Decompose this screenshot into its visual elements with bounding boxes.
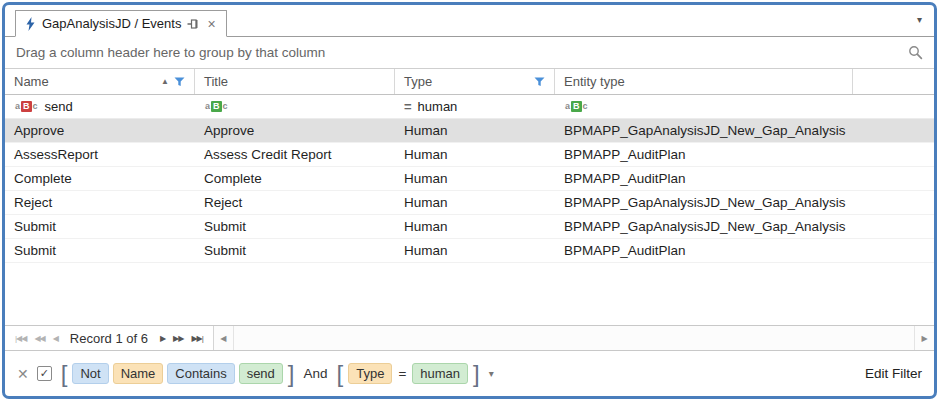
- next-record-button[interactable]: ▶: [156, 334, 169, 343]
- table-row[interactable]: Submit Submit Human BPMAPP_GapAnalysisJD…: [5, 215, 934, 239]
- cell-entity-type: BPMAPP_GapAnalysisJD_New_Gap_Analysis: [555, 119, 853, 142]
- pin-icon[interactable]: [187, 18, 200, 30]
- sort-asc-icon[interactable]: ▲: [161, 77, 169, 86]
- table-row[interactable]: Reject Reject Human BPMAPP_GapAnalysisJD…: [5, 191, 934, 215]
- column-label-entity-type: Entity type: [564, 74, 625, 89]
- cell-entity-type: BPMAPP_GapAnalysisJD_New_Gap_Analysis: [555, 191, 853, 214]
- cell-filler: [853, 215, 934, 238]
- scroll-left-icon[interactable]: ◀: [214, 326, 234, 350]
- column-header-title[interactable]: Title: [195, 69, 395, 94]
- column-label-type: Type: [404, 74, 432, 89]
- tab-list-dropdown-icon[interactable]: ▾: [917, 14, 922, 25]
- group-panel-hint: Drag a column header here to group by th…: [16, 45, 325, 60]
- filter-value-send-chip[interactable]: send: [239, 363, 283, 384]
- open-bracket: [: [60, 363, 69, 385]
- horizontal-scrollbar[interactable]: ◀ ▶: [213, 326, 934, 350]
- prev-record-button[interactable]: ◀: [49, 334, 62, 343]
- abc-letter: c: [32, 102, 39, 111]
- last-record-button[interactable]: ▶▶|: [187, 334, 206, 343]
- cell-title: Complete: [195, 167, 395, 190]
- search-icon[interactable]: [908, 45, 923, 60]
- filter-cell-type[interactable]: = human: [395, 95, 555, 118]
- filter-cell-entity-type[interactable]: aBc: [555, 95, 853, 118]
- abc-filter-icon[interactable]: aBc: [14, 101, 39, 112]
- events-grid-window: GapAnalysisJD / Events × ▾ Drag a column…: [2, 2, 937, 399]
- filter-not-chip[interactable]: Not: [72, 363, 108, 384]
- filter-enabled-checkbox[interactable]: ✓: [37, 366, 52, 381]
- header-icons: ▲: [161, 77, 185, 87]
- filter-funnel-icon[interactable]: [174, 77, 185, 87]
- cell-type: Human: [395, 143, 555, 166]
- cell-entity-type: BPMAPP_AuditPlan: [555, 143, 853, 166]
- cell-title: Submit: [195, 239, 395, 262]
- filter-field-type-chip[interactable]: Type: [348, 363, 392, 384]
- filter-funnel-icon[interactable]: [534, 77, 545, 87]
- abc-letter-highlight: B: [211, 101, 222, 112]
- abc-letter: c: [222, 102, 229, 111]
- cell-filler: [853, 191, 934, 214]
- group-by-panel[interactable]: Drag a column header here to group by th…: [5, 37, 934, 69]
- next-page-button[interactable]: ▶▶: [169, 334, 187, 343]
- filter-cell-name[interactable]: aBc send: [5, 95, 195, 118]
- edit-filter-button[interactable]: Edit Filter: [865, 366, 922, 381]
- cell-title: Assess Credit Report: [195, 143, 395, 166]
- cell-filler: [853, 143, 934, 166]
- column-header-filler: [853, 69, 934, 94]
- cell-name: AssessReport: [5, 143, 195, 166]
- clear-filter-icon[interactable]: ✕: [17, 366, 29, 382]
- record-navigator-row: |◀◀ ◀◀ ◀ Record 1 of 6 ▶ ▶▶ ▶▶| ◀ ▶: [5, 325, 934, 350]
- cell-entity-type: BPMAPP_AuditPlan: [555, 239, 853, 262]
- cell-title: Approve: [195, 119, 395, 142]
- filter-value-human-chip[interactable]: human: [412, 363, 468, 384]
- record-count-text: Record 1 of 6: [70, 331, 148, 346]
- abc-letter: a: [564, 102, 571, 111]
- column-header-entity-type[interactable]: Entity type: [555, 69, 853, 94]
- table-row[interactable]: AssessReport Assess Credit Report Human …: [5, 143, 934, 167]
- tab-bar: GapAnalysisJD / Events × ▾: [5, 5, 934, 37]
- column-header-row: Name ▲ Title Type Entity type: [5, 69, 934, 95]
- filter-contains-chip[interactable]: Contains: [167, 363, 234, 384]
- cell-type: Human: [395, 215, 555, 238]
- cell-name: Submit: [5, 215, 195, 238]
- abc-filter-icon[interactable]: aBc: [204, 101, 229, 112]
- lightning-icon: [25, 17, 36, 31]
- empty-grid-area: [5, 263, 934, 325]
- cell-name: Approve: [5, 119, 195, 142]
- cell-type: Human: [395, 239, 555, 262]
- cell-entity-type: BPMAPP_AuditPlan: [555, 167, 853, 190]
- filter-panel: ✕ ✓ [ Not Name Contains send ] And [ Typ…: [5, 350, 934, 396]
- header-icons: [534, 77, 545, 87]
- close-icon[interactable]: ×: [206, 17, 216, 31]
- first-record-button[interactable]: |◀◀: [11, 334, 30, 343]
- tab-gapanalysisjd-events[interactable]: GapAnalysisJD / Events ×: [15, 10, 227, 37]
- cell-title: Reject: [195, 191, 395, 214]
- prev-page-button[interactable]: ◀◀: [30, 334, 48, 343]
- column-label-name: Name: [14, 74, 49, 89]
- table-row[interactable]: Approve Approve Human BPMAPP_GapAnalysis…: [5, 119, 934, 143]
- close-bracket: ]: [472, 363, 481, 385]
- filter-cell-title[interactable]: aBc: [195, 95, 395, 118]
- close-bracket: ]: [287, 363, 296, 385]
- abc-letter-highlight: B: [21, 101, 32, 112]
- cell-name: Complete: [5, 167, 195, 190]
- cell-type: Human: [395, 191, 555, 214]
- abc-letter: a: [204, 102, 211, 111]
- column-label-title: Title: [204, 74, 228, 89]
- cell-type: Human: [395, 167, 555, 190]
- abc-letter: a: [14, 102, 21, 111]
- scroll-right-icon[interactable]: ▶: [914, 326, 934, 350]
- filter-equals-operator[interactable]: =: [396, 366, 408, 381]
- abc-filter-icon[interactable]: aBc: [564, 101, 589, 112]
- cell-name: Reject: [5, 191, 195, 214]
- filter-dropdown-icon[interactable]: ▾: [489, 368, 494, 379]
- tab-title: GapAnalysisJD / Events: [42, 16, 181, 31]
- cell-name: Submit: [5, 239, 195, 262]
- table-row[interactable]: Submit Submit Human BPMAPP_AuditPlan: [5, 239, 934, 263]
- filter-field-name-chip[interactable]: Name: [113, 363, 164, 384]
- abc-letter-highlight: B: [571, 101, 582, 112]
- filter-cell-filler: [853, 95, 934, 118]
- column-header-type[interactable]: Type: [395, 69, 555, 94]
- equals-operator-icon[interactable]: =: [404, 99, 412, 114]
- column-header-name[interactable]: Name ▲: [5, 69, 195, 94]
- table-row[interactable]: Complete Complete Human BPMAPP_AuditPlan: [5, 167, 934, 191]
